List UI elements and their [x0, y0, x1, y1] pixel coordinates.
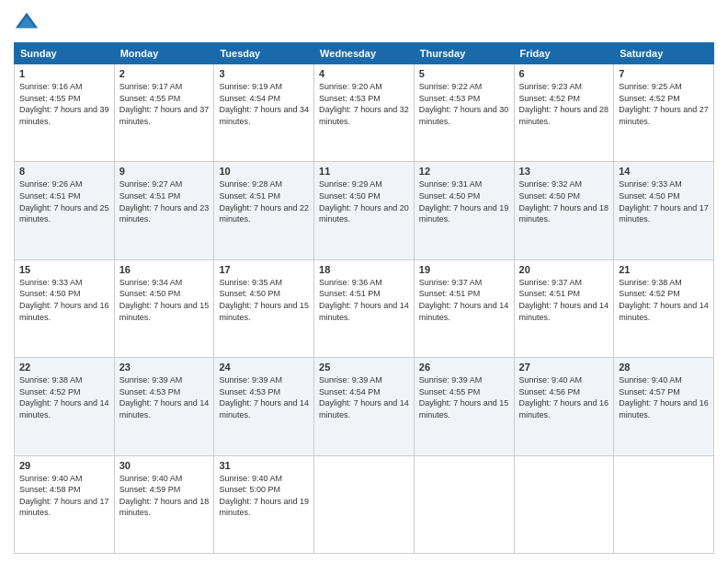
day-info: Sunrise: 9:40 AM Sunset: 4:58 PM Dayligh… — [19, 473, 109, 519]
day-number: 1 — [19, 68, 109, 79]
calendar-cell: 7 Sunrise: 9:25 AM Sunset: 4:52 PM Dayli… — [614, 64, 714, 162]
day-info: Sunrise: 9:40 AM Sunset: 5:00 PM Dayligh… — [219, 473, 309, 519]
day-number: 20 — [519, 264, 609, 275]
day-info: Sunrise: 9:38 AM Sunset: 4:52 PM Dayligh… — [619, 277, 709, 323]
day-info: Sunrise: 9:39 AM Sunset: 4:55 PM Dayligh… — [419, 374, 509, 420]
calendar-cell: 24 Sunrise: 9:39 AM Sunset: 4:53 PM Dayl… — [214, 358, 314, 455]
calendar-cell: 13 Sunrise: 9:32 AM Sunset: 4:50 PM Dayl… — [514, 162, 614, 259]
day-number: 25 — [319, 362, 409, 373]
weekday-header: Wednesday — [314, 43, 415, 64]
day-number: 10 — [219, 166, 309, 177]
day-info: Sunrise: 9:39 AM Sunset: 4:53 PM Dayligh… — [119, 374, 210, 420]
calendar-cell: 9 Sunrise: 9:27 AM Sunset: 4:51 PM Dayli… — [114, 162, 214, 259]
day-info: Sunrise: 9:25 AM Sunset: 4:52 PM Dayligh… — [619, 81, 709, 127]
day-info: Sunrise: 9:40 AM Sunset: 4:56 PM Dayligh… — [519, 374, 609, 420]
calendar-cell — [414, 455, 514, 553]
calendar-header-row: SundayMondayTuesdayWednesdayThursdayFrid… — [15, 43, 714, 64]
day-number: 18 — [319, 264, 409, 275]
header — [14, 9, 714, 35]
calendar-week-row: 1 Sunrise: 9:16 AM Sunset: 4:55 PM Dayli… — [15, 64, 714, 162]
calendar-week-row: 15 Sunrise: 9:33 AM Sunset: 4:50 PM Dayl… — [15, 259, 714, 357]
day-number: 19 — [419, 264, 509, 275]
day-number: 26 — [419, 362, 509, 373]
day-number: 24 — [219, 362, 309, 373]
calendar-cell: 20 Sunrise: 9:37 AM Sunset: 4:51 PM Dayl… — [514, 259, 614, 357]
day-number: 16 — [119, 264, 210, 275]
day-number: 15 — [19, 264, 109, 275]
calendar-cell: 5 Sunrise: 9:22 AM Sunset: 4:53 PM Dayli… — [414, 64, 514, 162]
day-info: Sunrise: 9:34 AM Sunset: 4:50 PM Dayligh… — [119, 277, 210, 323]
weekday-header: Thursday — [414, 43, 514, 64]
day-info: Sunrise: 9:40 AM Sunset: 4:59 PM Dayligh… — [119, 473, 210, 519]
calendar-cell: 28 Sunrise: 9:40 AM Sunset: 4:57 PM Dayl… — [614, 358, 714, 455]
calendar-cell: 10 Sunrise: 9:28 AM Sunset: 4:51 PM Dayl… — [214, 162, 314, 259]
day-number: 30 — [119, 460, 210, 471]
day-info: Sunrise: 9:40 AM Sunset: 4:57 PM Dayligh… — [619, 374, 709, 420]
calendar-cell: 14 Sunrise: 9:33 AM Sunset: 4:50 PM Dayl… — [614, 162, 714, 259]
page: SundayMondayTuesdayWednesdayThursdayFrid… — [0, 0, 728, 563]
day-info: Sunrise: 9:35 AM Sunset: 4:50 PM Dayligh… — [219, 277, 309, 323]
calendar-cell: 17 Sunrise: 9:35 AM Sunset: 4:50 PM Dayl… — [214, 259, 314, 357]
weekday-header: Friday — [514, 43, 614, 64]
day-info: Sunrise: 9:20 AM Sunset: 4:53 PM Dayligh… — [319, 81, 409, 127]
calendar-cell: 30 Sunrise: 9:40 AM Sunset: 4:59 PM Dayl… — [114, 455, 214, 553]
day-number: 9 — [119, 166, 210, 177]
calendar-cell: 23 Sunrise: 9:39 AM Sunset: 4:53 PM Dayl… — [114, 358, 214, 455]
day-number: 2 — [119, 68, 210, 79]
day-number: 14 — [619, 166, 709, 177]
calendar-cell — [314, 455, 415, 553]
day-info: Sunrise: 9:28 AM Sunset: 4:51 PM Dayligh… — [219, 178, 309, 224]
calendar-week-row: 8 Sunrise: 9:26 AM Sunset: 4:51 PM Dayli… — [15, 162, 714, 259]
day-info: Sunrise: 9:27 AM Sunset: 4:51 PM Dayligh… — [119, 178, 210, 224]
calendar-cell — [514, 455, 614, 553]
calendar-cell: 6 Sunrise: 9:23 AM Sunset: 4:52 PM Dayli… — [514, 64, 614, 162]
day-number: 28 — [619, 362, 709, 373]
calendar-cell: 27 Sunrise: 9:40 AM Sunset: 4:56 PM Dayl… — [514, 358, 614, 455]
calendar-cell: 21 Sunrise: 9:38 AM Sunset: 4:52 PM Dayl… — [614, 259, 714, 357]
weekday-header: Saturday — [614, 43, 714, 64]
day-info: Sunrise: 9:36 AM Sunset: 4:51 PM Dayligh… — [319, 277, 409, 323]
day-info: Sunrise: 9:32 AM Sunset: 4:50 PM Dayligh… — [519, 178, 609, 224]
calendar-cell: 15 Sunrise: 9:33 AM Sunset: 4:50 PM Dayl… — [15, 259, 115, 357]
day-number: 11 — [319, 166, 409, 177]
calendar-cell: 11 Sunrise: 9:29 AM Sunset: 4:50 PM Dayl… — [314, 162, 415, 259]
day-number: 6 — [519, 68, 609, 79]
day-number: 23 — [119, 362, 210, 373]
day-number: 8 — [19, 166, 109, 177]
day-number: 22 — [19, 362, 109, 373]
day-info: Sunrise: 9:26 AM Sunset: 4:51 PM Dayligh… — [19, 178, 109, 224]
calendar-cell: 26 Sunrise: 9:39 AM Sunset: 4:55 PM Dayl… — [414, 358, 514, 455]
day-number: 7 — [619, 68, 709, 79]
day-info: Sunrise: 9:37 AM Sunset: 4:51 PM Dayligh… — [419, 277, 509, 323]
day-info: Sunrise: 9:19 AM Sunset: 4:54 PM Dayligh… — [219, 81, 309, 127]
day-number: 13 — [519, 166, 609, 177]
calendar-table: SundayMondayTuesdayWednesdayThursdayFrid… — [14, 42, 714, 554]
calendar-cell: 29 Sunrise: 9:40 AM Sunset: 4:58 PM Dayl… — [15, 455, 115, 553]
day-info: Sunrise: 9:16 AM Sunset: 4:55 PM Dayligh… — [19, 81, 109, 127]
day-info: Sunrise: 9:17 AM Sunset: 4:55 PM Dayligh… — [119, 81, 210, 127]
calendar-cell: 3 Sunrise: 9:19 AM Sunset: 4:54 PM Dayli… — [214, 64, 314, 162]
weekday-header: Monday — [114, 43, 214, 64]
calendar-cell — [614, 455, 714, 553]
calendar-cell: 12 Sunrise: 9:31 AM Sunset: 4:50 PM Dayl… — [414, 162, 514, 259]
day-info: Sunrise: 9:29 AM Sunset: 4:50 PM Dayligh… — [319, 178, 409, 224]
day-info: Sunrise: 9:23 AM Sunset: 4:52 PM Dayligh… — [519, 81, 609, 127]
calendar-cell: 18 Sunrise: 9:36 AM Sunset: 4:51 PM Dayl… — [314, 259, 415, 357]
day-info: Sunrise: 9:22 AM Sunset: 4:53 PM Dayligh… — [419, 81, 509, 127]
calendar-week-row: 29 Sunrise: 9:40 AM Sunset: 4:58 PM Dayl… — [15, 455, 714, 553]
calendar-cell: 2 Sunrise: 9:17 AM Sunset: 4:55 PM Dayli… — [114, 64, 214, 162]
weekday-header: Tuesday — [214, 43, 314, 64]
calendar-cell: 1 Sunrise: 9:16 AM Sunset: 4:55 PM Dayli… — [15, 64, 115, 162]
day-number: 31 — [219, 460, 309, 471]
day-number: 29 — [19, 460, 109, 471]
day-number: 4 — [319, 68, 409, 79]
calendar-cell: 25 Sunrise: 9:39 AM Sunset: 4:54 PM Dayl… — [314, 358, 415, 455]
calendar-cell: 22 Sunrise: 9:38 AM Sunset: 4:52 PM Dayl… — [15, 358, 115, 455]
day-number: 12 — [419, 166, 509, 177]
calendar-cell: 4 Sunrise: 9:20 AM Sunset: 4:53 PM Dayli… — [314, 64, 415, 162]
day-info: Sunrise: 9:37 AM Sunset: 4:51 PM Dayligh… — [519, 277, 609, 323]
day-number: 5 — [419, 68, 509, 79]
day-number: 17 — [219, 264, 309, 275]
logo — [14, 9, 43, 35]
day-number: 27 — [519, 362, 609, 373]
